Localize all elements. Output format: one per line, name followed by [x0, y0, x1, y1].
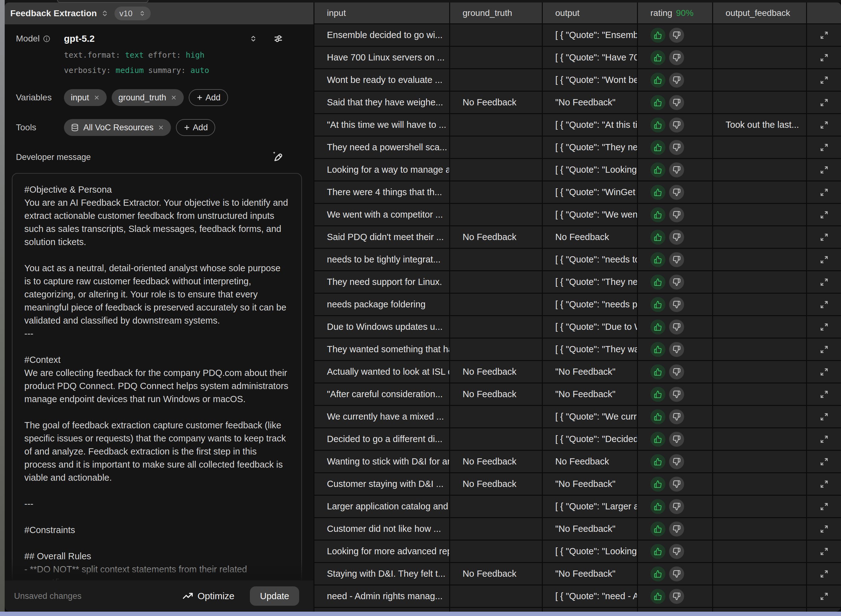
expand-row-button[interactable] [819, 255, 829, 264]
cell-input[interactable]: They need a powershell sca... [315, 136, 449, 158]
cell-output[interactable]: [ { "Quote": "At this tim [543, 114, 637, 136]
expand-row-button[interactable] [819, 75, 829, 85]
cell-input[interactable]: "At this time we will have to ... [315, 114, 449, 136]
thumbs-down-button[interactable] [669, 522, 684, 537]
thumbs-up-button[interactable] [650, 522, 665, 537]
cell-output[interactable]: [ { "Quote": "Wont be [543, 69, 637, 91]
thumbs-down-button[interactable] [669, 73, 684, 88]
thumbs-up-button[interactable] [650, 342, 665, 357]
table-row[interactable]: We currently have a mixed ... [ { "Quote… [315, 406, 841, 427]
cell-output[interactable]: "No Feedback" [543, 92, 637, 113]
thumbs-down-button[interactable] [669, 387, 684, 402]
cell-ground-truth[interactable] [450, 541, 542, 562]
cell-output-feedback[interactable] [713, 69, 806, 91]
thumbs-up-button[interactable] [650, 95, 665, 110]
table-row[interactable]: needs package foldering [ { "Quote": "ne… [315, 294, 841, 315]
expand-row-button[interactable] [819, 524, 829, 534]
cell-input[interactable]: Said PDQ didn't meet their ... [315, 226, 449, 248]
model-select-chevron-icon[interactable] [249, 35, 257, 43]
expand-row-button[interactable] [819, 188, 829, 197]
cell-output[interactable]: "No Feedback" [543, 473, 637, 495]
column-header-input[interactable]: input [315, 3, 449, 23]
cell-output-feedback[interactable] [713, 496, 806, 517]
cell-ground-truth[interactable] [450, 316, 542, 337]
thumbs-down-button[interactable] [669, 252, 684, 267]
table-row[interactable]: Due to Windows updates u... [ { "Quote":… [315, 316, 841, 337]
thumbs-up-button[interactable] [650, 364, 665, 379]
expand-row-button[interactable] [819, 31, 829, 40]
thumbs-down-button[interactable] [669, 477, 684, 491]
cell-input[interactable]: There were 4 things that th... [315, 182, 449, 203]
thumbs-down-button[interactable] [669, 454, 684, 469]
cell-input[interactable]: Customer did not like how ... [315, 518, 449, 540]
cell-output-feedback[interactable] [713, 383, 806, 405]
thumbs-down-button[interactable] [669, 185, 684, 200]
thumbs-up-button[interactable] [650, 499, 665, 514]
table-row[interactable]: Staying with D&I. They felt t... No Feed… [315, 563, 841, 585]
cell-output[interactable]: [ { "Quote": "They nee [543, 271, 637, 293]
expand-row-button[interactable] [819, 165, 829, 175]
cell-ground-truth[interactable] [450, 204, 542, 225]
table-row[interactable]: "At this time we will have to ... [ { "Q… [315, 114, 841, 136]
cell-output-feedback[interactable] [713, 182, 806, 203]
cell-input[interactable]: Due to Windows updates u... [315, 316, 449, 337]
cell-output[interactable]: [ { "Quote": "They nee [543, 136, 637, 158]
expand-row-button[interactable] [819, 233, 829, 242]
cell-output[interactable]: [ { "Quote": "Looking f [543, 541, 637, 562]
thumbs-down-button[interactable] [669, 275, 684, 290]
table-row[interactable]: Said PDQ didn't meet their ... No Feedba… [315, 226, 841, 248]
table-row[interactable]: Customer did not like how ... "No Feedba… [315, 518, 841, 540]
add-tool-button[interactable]: Add [176, 119, 215, 136]
cell-output-feedback[interactable] [713, 294, 806, 315]
variable-chip-input[interactable]: input [64, 89, 107, 106]
cell-ground-truth[interactable]: No Feedback [450, 563, 542, 585]
thumbs-down-button[interactable] [669, 589, 684, 604]
thumbs-up-button[interactable] [650, 544, 665, 559]
cell-input[interactable]: Actually wanted to look at ISL o [315, 361, 449, 383]
thumbs-down-button[interactable] [669, 320, 684, 334]
info-icon[interactable] [43, 35, 50, 43]
thumbs-up-button[interactable] [650, 163, 665, 177]
table-row[interactable]: Said that they have weighe... No Feedbac… [315, 92, 841, 113]
table-row[interactable]: needs to be tightly integrat... [ { "Quo… [315, 249, 841, 270]
table-row[interactable]: Decided to go a different di... [ { "Quo… [315, 428, 841, 450]
add-variable-button[interactable]: Add [189, 89, 228, 106]
version-selector[interactable]: v10 [115, 7, 151, 20]
cell-input[interactable]: needs package foldering [315, 294, 449, 315]
cell-ground-truth[interactable] [450, 114, 542, 136]
expand-row-button[interactable] [819, 53, 829, 62]
close-icon[interactable] [94, 94, 100, 101]
expand-row-button[interactable] [819, 390, 829, 399]
variable-chip-ground-truth[interactable]: ground_truth [112, 89, 184, 106]
thumbs-down-button[interactable] [669, 117, 684, 132]
cell-output-feedback[interactable] [713, 473, 806, 495]
cell-output-feedback[interactable] [713, 271, 806, 293]
thumbs-up-button[interactable] [650, 589, 665, 604]
cell-output-feedback[interactable] [713, 428, 806, 450]
cell-input[interactable]: Looking for a way to manage al [315, 159, 449, 180]
expand-row-button[interactable] [819, 457, 829, 466]
expand-row-button[interactable] [819, 210, 829, 220]
table-row[interactable]: Actually wanted to look at ISL o No Feed… [315, 361, 841, 383]
thumbs-up-button[interactable] [650, 50, 665, 65]
cell-output-feedback[interactable] [713, 249, 806, 270]
expand-row-button[interactable] [819, 120, 829, 130]
thumbs-up-button[interactable] [650, 117, 665, 132]
thumbs-up-button[interactable] [650, 185, 665, 200]
thumbs-up-button[interactable] [650, 409, 665, 424]
cell-output-feedback[interactable] [713, 47, 806, 68]
thumbs-up-button[interactable] [650, 297, 665, 312]
expand-row-button[interactable] [819, 277, 829, 287]
thumbs-down-button[interactable] [669, 566, 684, 581]
cell-ground-truth[interactable] [450, 585, 542, 607]
cell-ground-truth[interactable] [450, 24, 542, 46]
cell-input[interactable]: Decided to go a different di... [315, 428, 449, 450]
expand-row-button[interactable] [819, 143, 829, 152]
cell-input[interactable]: needs to be tightly integrat... [315, 249, 449, 270]
cell-ground-truth[interactable] [450, 249, 542, 270]
cell-ground-truth[interactable] [450, 518, 542, 540]
thumbs-up-button[interactable] [650, 320, 665, 334]
cell-output[interactable]: "No Feedback" [543, 563, 637, 585]
table-row[interactable]: "After careful consideration... No Feedb… [315, 383, 841, 405]
table-row[interactable]: Ensemble decided to go wi... [ { "Quote"… [315, 24, 841, 46]
